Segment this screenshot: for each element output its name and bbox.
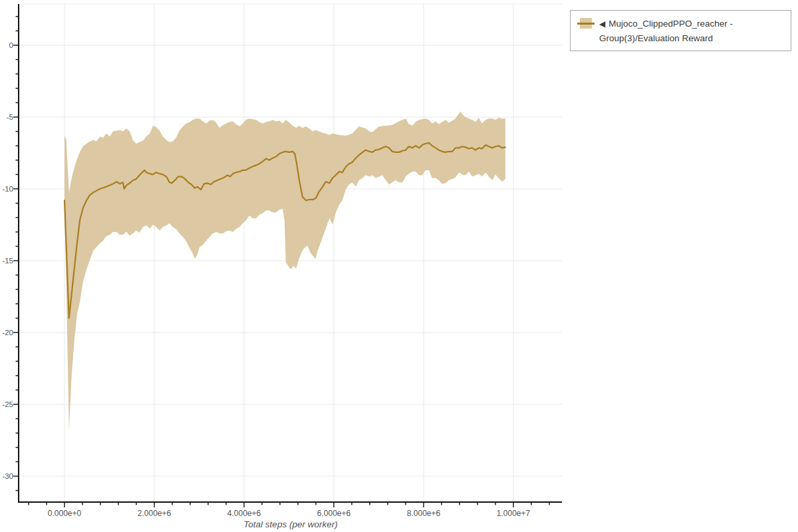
y-tick-label: -25 — [2, 400, 13, 408]
y-tick-label: -5 — [7, 113, 13, 121]
x-tick-label: 2.000e+6 — [138, 509, 172, 518]
legend-series-label: Mujoco_ClippedPPO_reacher - Group(3)/Eva… — [599, 19, 733, 43]
x-tick-label: 4.000e+6 — [227, 509, 261, 518]
legend-entry[interactable]: ◀Mujoco_ClippedPPO_reacher - Group(3)/Ev… — [599, 17, 784, 45]
legend-series-swatch — [577, 18, 595, 29]
y-tick-label: -20 — [2, 329, 13, 336]
x-tick-label: 8.000e+6 — [407, 509, 441, 518]
y-tick-label: -15 — [2, 257, 13, 265]
confidence-band — [65, 111, 505, 431]
y-tick-label: -10 — [2, 185, 13, 193]
dashboard-canvas: 0-5-10-15-20-25-300.000e+02.000e+64.000e… — [0, 0, 798, 532]
legend-line-swatch — [577, 23, 595, 25]
legend[interactable]: ◀Mujoco_ClippedPPO_reacher - Group(3)/Ev… — [570, 10, 791, 51]
x-axis-title: Total steps (per worker) — [8, 519, 573, 529]
y-tick-label: 0 — [9, 41, 13, 49]
x-tick-label: 1.000e+7 — [497, 509, 531, 518]
x-tick-label: 6.000e+6 — [317, 509, 351, 518]
y-tick-label: -30 — [2, 472, 13, 480]
x-tick-label: 0.000e+0 — [48, 509, 82, 518]
reward-chart-plot: 0-5-10-15-20-25-300.000e+02.000e+64.000e… — [0, 0, 798, 532]
collapse-arrow-icon[interactable]: ◀ — [599, 19, 605, 29]
